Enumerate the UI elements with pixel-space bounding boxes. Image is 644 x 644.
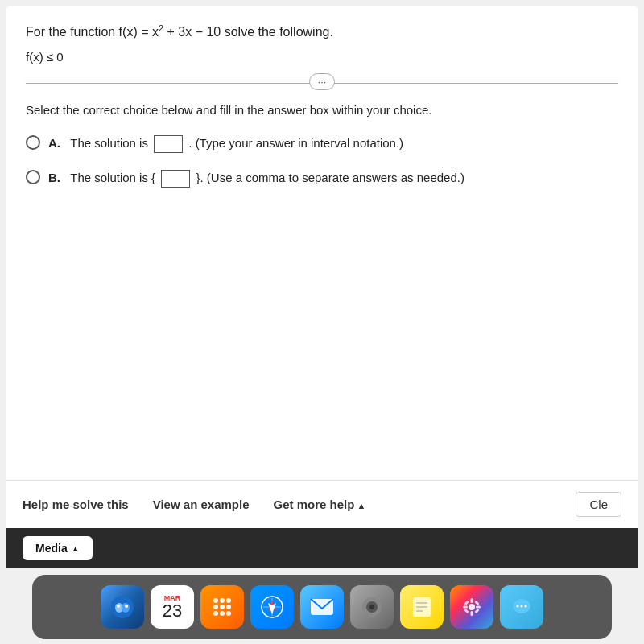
- svg-point-22: [369, 605, 374, 609]
- choice-row-a: A. The solution is . (Type your answer i…: [26, 134, 618, 153]
- clear-button[interactable]: Cle: [576, 492, 621, 517]
- svg-point-11: [213, 611, 218, 616]
- svg-rect-35: [474, 609, 479, 613]
- dock-safari[interactable]: [250, 585, 294, 629]
- radio-a[interactable]: [26, 135, 40, 150]
- dock-mail[interactable]: [300, 585, 344, 629]
- dock-calendar-day: 23: [163, 602, 182, 620]
- dock-calendar[interactable]: MAR 23: [151, 585, 194, 629]
- inequality: f(x) ≤ 0: [26, 50, 618, 64]
- svg-point-13: [226, 611, 231, 616]
- svg-rect-33: [464, 609, 469, 613]
- svg-point-7: [226, 598, 231, 603]
- dock-launchpad[interactable]: [200, 585, 244, 629]
- svg-point-39: [521, 605, 523, 608]
- svg-rect-32: [464, 601, 469, 605]
- dock: MAR 23: [32, 575, 612, 639]
- choice-a-input[interactable]: [154, 135, 183, 153]
- question-area: For the function f(x) = x2 + 3x − 10 sol…: [6, 6, 638, 480]
- svg-point-10: [226, 605, 231, 609]
- svg-point-12: [220, 611, 225, 616]
- svg-rect-28: [471, 598, 473, 603]
- svg-point-5: [213, 598, 218, 603]
- dock-notes[interactable]: [400, 585, 444, 629]
- svg-point-9: [220, 605, 225, 609]
- choice-b-label: B. The solution is { }. (Use a comma to …: [48, 169, 464, 188]
- svg-point-2: [122, 603, 130, 613]
- get-more-help-button[interactable]: Get more help: [274, 497, 366, 511]
- dock-photos[interactable]: [450, 585, 493, 629]
- svg-rect-34: [474, 601, 479, 605]
- radio-b[interactable]: [26, 170, 40, 184]
- main-content: For the function f(x) = x2 + 3x − 10 sol…: [0, 0, 644, 644]
- dock-finder[interactable]: [101, 585, 144, 629]
- media-bar: Media: [6, 528, 638, 568]
- bottom-toolbar: Help me solve this View an example Get m…: [6, 480, 638, 528]
- view-example-button[interactable]: View an example: [153, 497, 250, 511]
- choice-b-letter: B.: [48, 171, 60, 184]
- choice-a-label: A. The solution is . (Type your answer i…: [48, 134, 403, 153]
- svg-point-4: [125, 605, 128, 608]
- help-solve-button[interactable]: Help me solve this: [23, 497, 129, 511]
- svg-rect-29: [471, 611, 473, 616]
- svg-point-6: [220, 598, 225, 603]
- dots-badge[interactable]: ···: [309, 73, 336, 90]
- svg-point-3: [117, 605, 120, 608]
- problem-statement: For the function f(x) = x2 + 3x − 10 sol…: [26, 23, 618, 42]
- choice-a-letter: A.: [48, 136, 60, 150]
- divider-area: ···: [26, 64, 618, 103]
- choice-row-b: B. The solution is { }. (Use a comma to …: [26, 169, 618, 188]
- svg-point-40: [525, 605, 527, 608]
- svg-point-8: [213, 605, 218, 609]
- media-button[interactable]: Media: [23, 536, 93, 560]
- instruction-text: Select the correct choice below and fill…: [26, 103, 618, 117]
- svg-point-38: [517, 605, 519, 608]
- dock-siri[interactable]: [350, 585, 394, 629]
- dock-messages[interactable]: [500, 585, 543, 629]
- svg-rect-31: [476, 606, 481, 609]
- svg-point-27: [469, 604, 475, 610]
- svg-rect-30: [463, 606, 468, 609]
- choice-b-input[interactable]: [161, 170, 190, 188]
